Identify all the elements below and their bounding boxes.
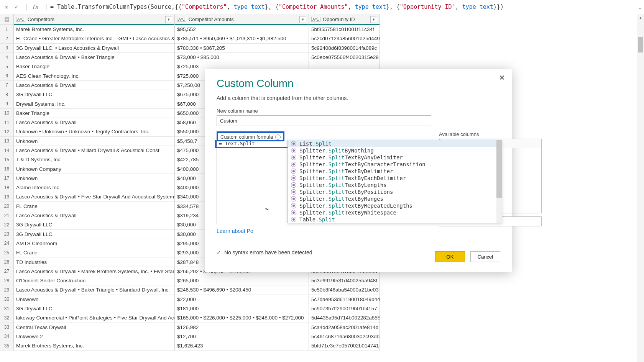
cell-competitors[interactable]: AMTS Cleanroom <box>14 239 175 248</box>
column-header-competitors[interactable]: AᴮC Competitors ▼ <box>14 14 175 25</box>
cell-competitors[interactable]: 3G Drywall LLC. <box>14 90 175 99</box>
autocomplete-item[interactable]: Splitter.SplitTextByWhitespace <box>288 209 502 216</box>
cell-amounts[interactable]: $126,982 <box>175 323 309 332</box>
cell-competitors[interactable]: FL Crane <box>14 202 175 211</box>
row-number[interactable]: 5 <box>0 62 14 71</box>
cell-competitors[interactable]: Baker Triangle <box>14 62 175 71</box>
cell-competitors[interactable]: 3G Drywall LLC. <box>14 230 175 239</box>
row-number[interactable]: 20 <box>0 202 14 211</box>
learn-link[interactable]: Learn about Po <box>217 228 253 234</box>
cancel-button[interactable]: Cancel <box>470 251 500 262</box>
cell-competitors[interactable]: FL Crane • Greater Metroplex Interiors I… <box>14 34 175 43</box>
row-number[interactable]: 32 <box>0 313 14 323</box>
cell-amounts[interactable]: $73,000 • $85,000 <box>175 53 309 62</box>
autocomplete-menu[interactable]: List.SplitSplitter.SplitByNothingSplitte… <box>288 140 502 223</box>
cell-competitors[interactable]: Lasco Acoustics & Drywall • Five Star Dr… <box>14 192 175 201</box>
expand-formula-icon[interactable]: ⌄ <box>638 3 642 10</box>
cell-opportunity-id[interactable]: 5c0ebe075566f40020315e29 <box>309 53 380 62</box>
row-number[interactable]: 18 <box>0 183 14 192</box>
cell-competitors[interactable]: Lasco Acoustics & Drywall <box>14 211 175 220</box>
cell-competitors[interactable]: AES Clean Technology, Inc. <box>14 71 175 80</box>
cell-competitors[interactable]: Lasco Acoustics & Drywall <box>14 118 175 127</box>
row-number[interactable]: 16 <box>0 164 14 174</box>
row-number[interactable]: 23 <box>0 230 14 239</box>
cell-amounts[interactable]: $95,552 <box>175 25 309 34</box>
autocomplete-item[interactable]: Splitter.SplitTextByAnyDelimiter <box>288 154 502 161</box>
close-icon[interactable]: ✕ <box>496 72 508 84</box>
cell-opportunity-id[interactable]: 5c7dae953d61190018049b44 <box>309 295 380 304</box>
autocomplete-item[interactable]: Splitter.SplitTextByCharacterTransition <box>288 161 502 168</box>
cell-amounts[interactable]: $246,530 • $496,690 • $208,450 <box>175 285 309 295</box>
row-number[interactable]: 9 <box>0 99 14 108</box>
cell-competitors[interactable]: Lasco Acoustics & Drywall <box>14 81 175 90</box>
cell-competitors[interactable]: Alamo Interiors Inc. <box>14 183 175 192</box>
row-number[interactable]: 11 <box>0 118 14 127</box>
vertical-scrollbar[interactable]: ▲ <box>637 14 644 362</box>
cell-competitors[interactable]: 3G Drywall LLC. • Lasco Acoustics & Dryw… <box>14 44 175 53</box>
column-header-amounts[interactable]: AᴮC Competitor Amounts ▼ <box>175 14 309 25</box>
cell-competitors[interactable]: Marek Brothers Systems, Inc. <box>14 341 175 351</box>
autocomplete-item[interactable]: Splitter.SplitTextByRepeatedLengths <box>288 202 502 209</box>
autocomplete-item[interactable]: Splitter.SplitByNothing <box>288 147 502 154</box>
cell-amounts[interactable]: $1,626,423 <box>175 341 309 351</box>
row-number[interactable]: 3 <box>0 44 14 53</box>
table-row[interactable]: 32lakeway Commercial • PinPoint Strategi… <box>0 313 644 323</box>
row-number[interactable]: 30 <box>0 295 14 304</box>
row-number[interactable]: 7 <box>0 81 14 90</box>
row-number[interactable]: 2 <box>0 34 14 43</box>
autocomplete-item[interactable]: Splitter.SplitTextByRanges <box>288 195 502 202</box>
row-number[interactable]: 1 <box>0 25 14 34</box>
row-number[interactable]: 29 <box>0 285 14 295</box>
row-number[interactable]: 31 <box>0 304 14 313</box>
row-number[interactable]: 12 <box>0 127 14 136</box>
autocomplete-item[interactable]: List.Split <box>288 140 502 147</box>
row-number[interactable]: 13 <box>0 137 14 146</box>
cell-competitors[interactable]: Unkwown <box>14 295 175 304</box>
cell-competitors[interactable]: FL Crane <box>14 248 175 257</box>
cell-opportunity-id[interactable]: 5c3e6919f531d40025ba948f <box>309 276 380 285</box>
row-number[interactable]: 28 <box>0 276 14 285</box>
autocomplete-item[interactable]: Splitter.SplitTextByEachDelimiter <box>288 175 502 182</box>
cell-competitors[interactable]: Lasco Acoustics & Drywall • Baker Triang… <box>14 285 175 295</box>
table-row[interactable]: 4Lasco Acoustics & Drywall • Baker Trian… <box>0 53 644 62</box>
cell-opportunity-id[interactable]: 5ca4dd2a058ac2001afe814b <box>309 323 380 332</box>
accept-formula-icon[interactable]: ✓ <box>12 3 21 11</box>
cell-competitors[interactable]: 3G Drywall LLC. <box>14 220 175 229</box>
cell-amounts[interactable]: $785,511 • $950,469 • $1,013,310 • $1,38… <box>175 34 309 43</box>
cell-opportunity-id[interactable]: 5d4435a95d714b002282a855 <box>309 313 380 323</box>
scroll-thumb[interactable] <box>638 37 643 52</box>
table-row[interactable]: 33Central Texas Drywall$126,9825ca4dd2a0… <box>0 323 644 332</box>
row-number[interactable]: 10 <box>0 109 14 118</box>
table-row[interactable]: 33G Drywall LLC. • Lasco Acoustics & Dry… <box>0 44 644 53</box>
column-dropdown-icon[interactable]: ▼ <box>165 16 172 23</box>
table-row[interactable]: 1Marek Brothers Systems, Inc.$95,5525bf3… <box>0 25 644 34</box>
cell-competitors[interactable]: Unknown <box>14 174 175 183</box>
row-number[interactable]: 15 <box>0 155 14 164</box>
cell-competitors[interactable]: Lasco Acoustics & Drywall • Baker Triang… <box>14 53 175 62</box>
cell-competitors[interactable]: Drywall Systems, Inc. <box>14 99 175 108</box>
row-number[interactable]: 19 <box>0 192 14 201</box>
cancel-formula-icon[interactable]: ✕ <box>2 3 11 11</box>
cell-opportunity-id[interactable]: 5c461c68716a6800302c93db <box>309 332 380 341</box>
cell-competitors[interactable]: Lasco Acoustics & Drywall • Marek Brothe… <box>14 267 175 276</box>
row-number[interactable]: 6 <box>0 71 14 80</box>
cell-competitors[interactable]: lakeway Commercial • PinPoint Strategies… <box>14 313 175 323</box>
row-number[interactable]: 17 <box>0 174 14 183</box>
autocomplete-scrollbar[interactable] <box>496 140 502 223</box>
cell-competitors[interactable]: Unkwown 2 <box>14 332 175 341</box>
cell-amounts[interactable]: $780,338 • $867,205 <box>175 44 309 53</box>
cell-competitors[interactable]: Unknown • Unknown • Unknown • Tegrity Co… <box>14 127 175 136</box>
cell-opportunity-id[interactable]: 5bfd71e3e7e057002b014741 <box>309 341 380 351</box>
row-number[interactable]: 24 <box>0 239 14 248</box>
table-row[interactable]: 2FL Crane • Greater Metroplex Interiors … <box>0 34 644 43</box>
cell-opportunity-id[interactable]: 5c2cd07129a856001b25d449 <box>309 34 380 43</box>
row-number[interactable]: 8 <box>0 90 14 99</box>
column-header-opportunity-id[interactable]: AᴮC Opportunity ID ▼ <box>309 14 380 25</box>
cell-opportunity-id[interactable]: 5c9073b7ff290019b01b4157 <box>309 304 380 313</box>
row-number[interactable]: 14 <box>0 146 14 155</box>
table-row[interactable]: 313G Drywall LLC.$181,0005c9073b7ff29001… <box>0 304 644 313</box>
cell-competitors[interactable]: Baker Triangle <box>14 109 175 118</box>
formula-input[interactable]: = Text.Split ↖ <box>215 140 299 148</box>
cell-competitors[interactable]: Marek Brothers Systems, Inc. <box>14 25 175 34</box>
new-column-name-input[interactable] <box>217 115 431 126</box>
